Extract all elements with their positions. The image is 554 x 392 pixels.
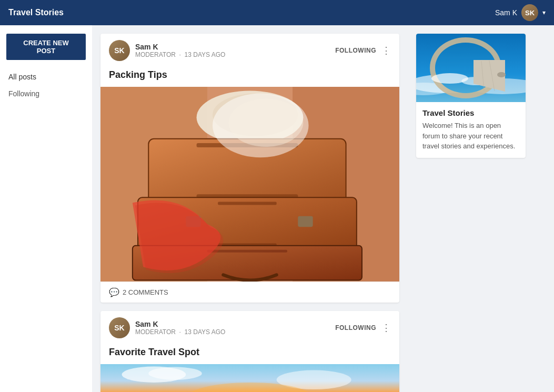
- post-1-time: 13 DAYS AGO: [185, 51, 226, 58]
- sidebar-nav: All posts Following: [0, 68, 92, 102]
- post-2-role: MODERATOR: [135, 328, 176, 336]
- comment-icon: 💬: [109, 287, 119, 297]
- post-1-footer: 💬 2 COMMENTS: [100, 282, 399, 303]
- svg-rect-14: [298, 216, 313, 227]
- post-card-2: SK Sam K MODERATOR · 13 DAYS AGO FOLLOWI…: [100, 311, 399, 392]
- forum-description: Welcome! This is an open forum to share …: [422, 120, 519, 152]
- left-sidebar: CREATE NEW POST All posts Following: [0, 25, 92, 392]
- chevron-down-icon: ▾: [542, 9, 546, 16]
- main-layout: CREATE NEW POST All posts Following SK S…: [0, 25, 554, 392]
- svg-point-37: [497, 72, 506, 77]
- forum-banner: [416, 34, 526, 102]
- post-1-following-badge[interactable]: FOLLOWING: [335, 47, 376, 54]
- sidebar-item-all-posts-label: All posts: [8, 73, 36, 81]
- post-2-image: [100, 364, 399, 392]
- post-1-header: SK Sam K MODERATOR · 13 DAYS AGO FOLLOWI…: [100, 34, 399, 67]
- post-card-1: SK Sam K MODERATOR · 13 DAYS AGO FOLLOWI…: [100, 34, 399, 303]
- post-1-avatar: SK: [109, 40, 130, 61]
- svg-rect-11: [218, 202, 277, 205]
- svg-rect-16: [207, 250, 287, 253]
- avatar: SK: [521, 4, 538, 21]
- post-1-role: MODERATOR: [135, 51, 176, 58]
- post-2-actions: FOLLOWING ⋮: [335, 323, 391, 333]
- post-2-header: SK Sam K MODERATOR · 13 DAYS AGO FOLLOWI…: [100, 311, 399, 345]
- app-title: Travel Stories: [8, 8, 64, 17]
- post-1-author: SK Sam K MODERATOR · 13 DAYS AGO: [109, 40, 225, 61]
- right-sidebar: Travel Stories Welcome! This is an open …: [408, 25, 534, 392]
- sidebar-item-following[interactable]: Following: [0, 85, 92, 102]
- app-header: Travel Stories Sam K SK ▾: [0, 0, 554, 25]
- post-2-avatar: SK: [109, 317, 130, 338]
- post-2-author-meta: MODERATOR · 13 DAYS AGO: [135, 328, 225, 336]
- post-2-author-info: Sam K MODERATOR · 13 DAYS AGO: [135, 320, 225, 336]
- svg-point-21: [148, 367, 202, 380]
- post-2-more-icon[interactable]: ⋮: [381, 323, 391, 333]
- post-1-actions: FOLLOWING ⋮: [335, 46, 391, 55]
- post-2-following-badge[interactable]: FOLLOWING: [335, 324, 376, 331]
- post-2-author-name: Sam K: [135, 320, 225, 328]
- post-1-title: Packing Tips: [100, 67, 399, 87]
- post-2-time: 13 DAYS AGO: [185, 328, 226, 336]
- user-name-label: Sam K: [495, 8, 517, 17]
- post-1-comment-count[interactable]: 2 COMMENTS: [123, 288, 168, 296]
- sidebar-item-following-label: Following: [8, 89, 39, 98]
- create-post-wrap: CREATE NEW POST: [0, 34, 92, 68]
- post-1-more-icon[interactable]: ⋮: [381, 46, 391, 55]
- post-1-author-info: Sam K MODERATOR · 13 DAYS AGO: [135, 43, 225, 58]
- user-menu[interactable]: Sam K SK ▾: [495, 4, 546, 21]
- create-post-button[interactable]: CREATE NEW POST: [6, 34, 86, 60]
- forum-card: Travel Stories Welcome! This is an open …: [416, 34, 526, 158]
- sidebar-item-all-posts[interactable]: All posts: [0, 68, 92, 85]
- post-1-author-meta: MODERATOR · 13 DAYS AGO: [135, 51, 225, 58]
- forum-name: Travel Stories: [422, 108, 519, 117]
- forum-info: Travel Stories Welcome! This is an open …: [416, 102, 526, 158]
- main-content: SK Sam K MODERATOR · 13 DAYS AGO FOLLOWI…: [92, 25, 408, 392]
- post-1-image: [100, 87, 399, 282]
- post-1-author-name: Sam K: [135, 43, 225, 51]
- post-2-author: SK Sam K MODERATOR · 13 DAYS AGO: [109, 317, 225, 338]
- svg-point-18: [228, 99, 303, 147]
- post-2-title: Favorite Travel Spot: [100, 345, 399, 364]
